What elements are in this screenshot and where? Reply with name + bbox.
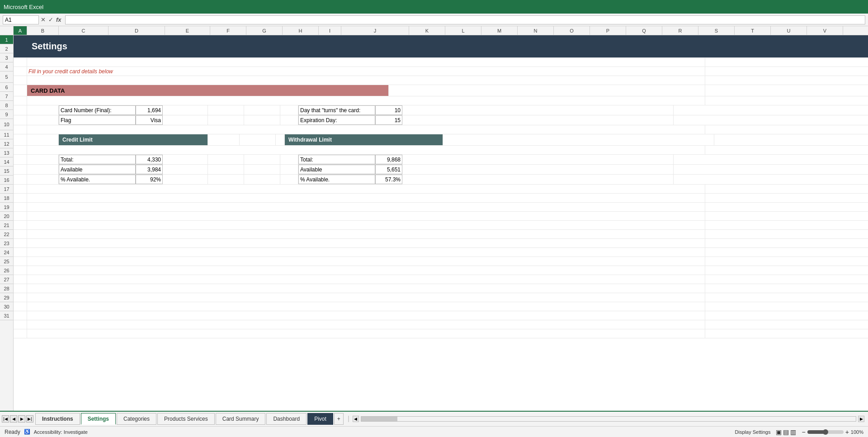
cell-A17[interactable]	[14, 203, 27, 211]
cell-rest-5[interactable]	[389, 85, 705, 96]
cell-E13[interactable]	[163, 165, 208, 174]
col-header-F[interactable]: F	[210, 26, 246, 35]
cell-A31[interactable]	[14, 329, 27, 338]
cell-B15[interactable]	[27, 185, 705, 193]
col-header-J[interactable]: J	[341, 26, 409, 35]
withdrawal-avail-value[interactable]: 5,651	[375, 165, 402, 174]
cell-F12[interactable]	[208, 155, 244, 164]
tab-dashboard[interactable]: Dashboard	[266, 413, 307, 425]
cell-A23[interactable]	[14, 257, 27, 266]
cell-H14[interactable]	[280, 175, 298, 184]
cell-A3[interactable]	[14, 67, 27, 76]
prev-sheet-button[interactable]: ◀	[10, 415, 17, 423]
cell-A1[interactable]	[14, 35, 27, 57]
cell-E7[interactable]	[163, 105, 208, 115]
credit-pct-value[interactable]: 92%	[136, 175, 163, 184]
cell-rest-14[interactable]	[402, 175, 674, 184]
zoom-out-button[interactable]: −	[802, 428, 805, 436]
page-layout-button[interactable]: ▤	[783, 428, 789, 436]
cell-A19[interactable]	[14, 221, 27, 229]
scroll-left-button[interactable]: ◀	[353, 416, 359, 422]
cell-G14[interactable]	[244, 175, 280, 184]
col-header-L[interactable]: L	[445, 26, 481, 35]
cell-A27[interactable]	[14, 293, 27, 302]
scrollbar-thumb[interactable]	[361, 417, 397, 421]
cell-rest-8[interactable]	[402, 115, 674, 125]
col-header-K[interactable]: K	[409, 26, 445, 35]
cell-A12[interactable]	[14, 155, 27, 164]
credit-total-value[interactable]: 4,330	[136, 155, 163, 164]
cell-A11[interactable]	[14, 146, 27, 154]
cell-E8[interactable]	[163, 115, 208, 125]
formula-input[interactable]	[65, 15, 865, 24]
cell-A29[interactable]	[14, 311, 27, 320]
cell-G13[interactable]	[244, 165, 280, 174]
cell-F13[interactable]	[208, 165, 244, 174]
cell-A9[interactable]	[14, 125, 27, 134]
cell-A15[interactable]	[14, 185, 27, 193]
col-header-A[interactable]: A	[14, 26, 27, 35]
col-header-D[interactable]: D	[108, 26, 165, 35]
cell-B7[interactable]	[27, 105, 59, 115]
expiration-value[interactable]: 15	[375, 115, 402, 125]
cell-A8[interactable]	[14, 115, 27, 125]
cell-reference-box[interactable]: A1	[3, 15, 39, 24]
cell-A18[interactable]	[14, 212, 27, 220]
credit-avail-value[interactable]: 3,984	[136, 165, 163, 174]
cell-F7[interactable]	[208, 105, 244, 115]
cell-A26[interactable]	[14, 284, 27, 293]
horizontal-scrollbar[interactable]: ◀ ▶	[348, 416, 868, 422]
scrollbar-track[interactable]	[361, 416, 856, 422]
cell-A6[interactable]	[14, 96, 27, 105]
cell-rest-7[interactable]	[402, 105, 674, 115]
spreadsheet-content[interactable]: Settings Fill in your credit card detail…	[14, 35, 868, 411]
cell-B11[interactable]	[27, 146, 705, 154]
accessibility-label[interactable]: Accessibility: Investigate	[34, 429, 88, 435]
normal-view-button[interactable]: ▣	[776, 428, 782, 436]
tab-categories[interactable]: Categories	[117, 413, 156, 425]
col-header-V[interactable]: V	[807, 26, 843, 35]
zoom-in-button[interactable]: +	[845, 428, 849, 436]
withdrawal-pct-value[interactable]: 57.3%	[375, 175, 402, 184]
cell-B6[interactable]	[27, 96, 705, 105]
cell-G12[interactable]	[244, 155, 280, 164]
cell-H7[interactable]	[280, 105, 298, 115]
cell-B14[interactable]	[27, 175, 59, 184]
card-number-value[interactable]: 1,694	[136, 105, 163, 115]
last-sheet-button[interactable]: ▶|	[26, 415, 33, 423]
tab-pivot[interactable]: Pivot	[307, 413, 333, 425]
cell-A2[interactable]	[14, 58, 27, 66]
col-header-N[interactable]: N	[518, 26, 554, 35]
tab-card-summary[interactable]: Card Summary	[216, 413, 266, 425]
cell-A24[interactable]	[14, 266, 27, 275]
col-header-S[interactable]: S	[698, 26, 735, 35]
scroll-right-button[interactable]: ▶	[858, 416, 864, 422]
col-header-T[interactable]: T	[735, 26, 771, 35]
col-header-U[interactable]: U	[771, 26, 807, 35]
tab-products-services[interactable]: Products Services	[157, 413, 215, 425]
cell-A30[interactable]	[14, 320, 27, 329]
flag-value[interactable]: Visa	[136, 115, 163, 125]
col-header-I[interactable]: I	[319, 26, 341, 35]
cell-rest-12[interactable]	[402, 155, 674, 164]
display-settings-label[interactable]: Display Settings	[735, 429, 771, 435]
col-header-B[interactable]: B	[27, 26, 59, 35]
col-header-C[interactable]: C	[59, 26, 108, 35]
cell-E12[interactable]	[163, 155, 208, 164]
cell-B8[interactable]	[27, 115, 59, 125]
first-sheet-button[interactable]: |◀	[2, 415, 9, 423]
cell-A28[interactable]	[14, 302, 27, 311]
col-header-E[interactable]: E	[165, 26, 210, 35]
col-header-R[interactable]: R	[662, 26, 698, 35]
page-break-button[interactable]: ▥	[790, 428, 796, 436]
next-sheet-button[interactable]: ▶	[18, 415, 25, 423]
withdrawal-total-value[interactable]: 9,868	[375, 155, 402, 164]
cell-A21[interactable]	[14, 239, 27, 247]
col-header-H[interactable]: H	[283, 26, 319, 35]
cell-rest-10[interactable]	[443, 134, 714, 145]
fx-icon[interactable]: fx	[56, 16, 61, 23]
cell-A22[interactable]	[14, 248, 27, 256]
cell-A7[interactable]	[14, 105, 27, 115]
zoom-slider[interactable]	[807, 430, 844, 434]
col-header-Q[interactable]: Q	[626, 26, 662, 35]
